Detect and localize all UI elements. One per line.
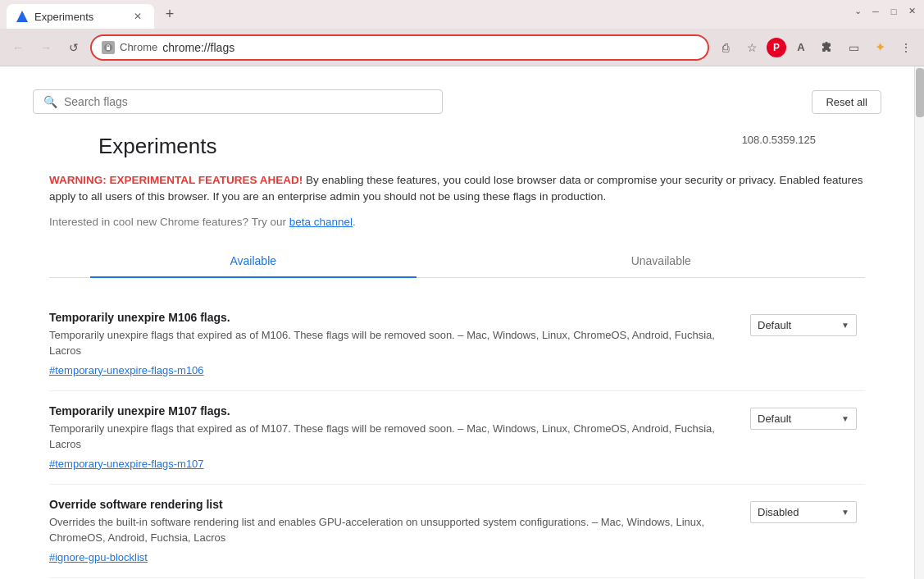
tab-available[interactable]: Available (49, 244, 457, 277)
back-button[interactable]: ← (7, 36, 30, 59)
flag-desc: Overrides the built-in software renderin… (49, 514, 734, 546)
dropdown-value: Disabled (758, 506, 799, 518)
close-button[interactable]: ✕ (906, 6, 917, 17)
tab-close-button[interactable]: ✕ (131, 10, 144, 23)
minimize-button[interactable]: ─ (870, 6, 881, 17)
flag-info: Temporarily unexpire M107 flags. Tempora… (49, 404, 734, 471)
browser-toolbar: ← → ↺ Chrome ⎙ ☆ P A ▭ ✦ ⋮ (0, 29, 924, 66)
pinterest-button[interactable]: P (767, 38, 786, 57)
warning-bold-text: WARNING: EXPERIMENTAL FEATURES AHEAD! (49, 174, 303, 186)
maximize-button[interactable]: □ (888, 6, 899, 17)
svg-rect-1 (107, 47, 110, 50)
flag-item: Temporarily unexpire M107 flags. Tempora… (49, 391, 865, 485)
translate-button[interactable]: A (790, 36, 812, 59)
beta-suffix: . (353, 216, 356, 228)
share-button[interactable]: ⎙ (714, 36, 737, 59)
flag-title: Temporarily unexpire M106 flags. (49, 311, 734, 324)
chevron-down-icon: ▼ (841, 321, 849, 330)
flag-dropdown[interactable]: Default ▼ (750, 314, 857, 336)
flag-control: Default ▼ (750, 404, 865, 430)
forward-button[interactable]: → (34, 36, 57, 59)
reset-all-button[interactable]: Reset all (812, 90, 881, 114)
window-controls: ⌄ ─ □ ✕ (852, 6, 917, 24)
experiments-content: Experiments 108.0.5359.125 WARNING: EXPE… (0, 127, 914, 578)
address-bar[interactable]: Chrome (90, 34, 709, 61)
search-input[interactable] (64, 95, 432, 108)
flag-dropdown[interactable]: Default ▼ (750, 408, 857, 430)
chevron-down-icon: ▼ (841, 508, 849, 517)
flag-info: Temporarily unexpire M106 flags. Tempora… (49, 311, 734, 377)
scrollbar-thumb[interactable] (916, 68, 924, 117)
page-content: 🔍 Reset all Experiments 108.0.5359.125 W… (0, 66, 914, 579)
flag-info: Override software rendering list Overrid… (49, 498, 734, 564)
extensions-button[interactable] (816, 36, 839, 59)
site-label: Chrome (120, 41, 157, 53)
dropdown-value: Default (758, 319, 791, 331)
flags-header: Experiments 108.0.5359.125 (49, 127, 865, 162)
flag-item: Temporarily unexpire M106 flags. Tempora… (49, 298, 865, 391)
address-input[interactable] (162, 41, 698, 54)
content-area: 🔍 Reset all Experiments 108.0.5359.125 W… (0, 66, 924, 579)
flag-link[interactable]: #ignore-gpu-blocklist (49, 551, 148, 563)
search-container: 🔍 Reset all (0, 83, 914, 127)
browser-actions: ⎙ ☆ P A ▭ ✦ ⋮ (714, 36, 917, 59)
scrollbar[interactable] (914, 66, 924, 579)
beta-prefix: Interested in cool new Chrome features? … (49, 216, 289, 228)
warning-paragraph: WARNING: EXPERIMENTAL FEATURES AHEAD! By… (49, 172, 865, 206)
tabs-row: Available Unavailable (49, 244, 865, 278)
beta-channel-link[interactable]: beta channel (289, 216, 353, 228)
browser-tab[interactable]: Experiments ✕ (7, 4, 154, 29)
beta-line: Interested in cool new Chrome features? … (49, 216, 865, 228)
reload-button[interactable]: ↺ (62, 36, 85, 59)
flag-item: Override software rendering list Overrid… (49, 485, 865, 578)
chevron-button[interactable]: ⌄ (852, 6, 863, 17)
flag-title: Temporarily unexpire M107 flags. (49, 404, 734, 417)
dropdown-value: Default (758, 413, 791, 425)
tab-unavailable[interactable]: Unavailable (457, 244, 866, 277)
flags-list: Temporarily unexpire M106 flags. Tempora… (49, 298, 865, 578)
new-tab-button[interactable]: + (157, 2, 182, 27)
menu-button[interactable]: ⋮ (894, 36, 917, 59)
flag-link[interactable]: #temporary-unexpire-flags-m107 (49, 458, 204, 470)
flag-link[interactable]: #temporary-unexpire-flags-m106 (49, 364, 204, 376)
settings-icon[interactable]: ✦ (868, 36, 891, 59)
flag-desc: Temporarily unexpire flags that expired … (49, 327, 734, 359)
bookmark-button[interactable]: ☆ (740, 36, 763, 59)
flag-control: Disabled ▼ (750, 498, 865, 523)
flag-title: Override software rendering list (49, 498, 734, 511)
flag-control: Default ▼ (750, 311, 865, 336)
flag-desc: Temporarily unexpire flags that expired … (49, 421, 734, 453)
site-security-icon (102, 41, 115, 54)
titlebar: Experiments ✕ + ⌄ ─ □ ✕ (0, 0, 924, 29)
tab-title: Experiments (34, 11, 93, 23)
chevron-down-icon: ▼ (841, 414, 849, 423)
tab-favicon (16, 11, 28, 22)
search-bar: 🔍 (33, 89, 443, 114)
sidebar-button[interactable]: ▭ (842, 36, 865, 59)
search-icon: 🔍 (43, 95, 57, 108)
version-text: 108.0.5359.125 (742, 134, 816, 146)
page-title: Experiments (98, 134, 217, 159)
flag-dropdown[interactable]: Disabled ▼ (750, 501, 857, 523)
